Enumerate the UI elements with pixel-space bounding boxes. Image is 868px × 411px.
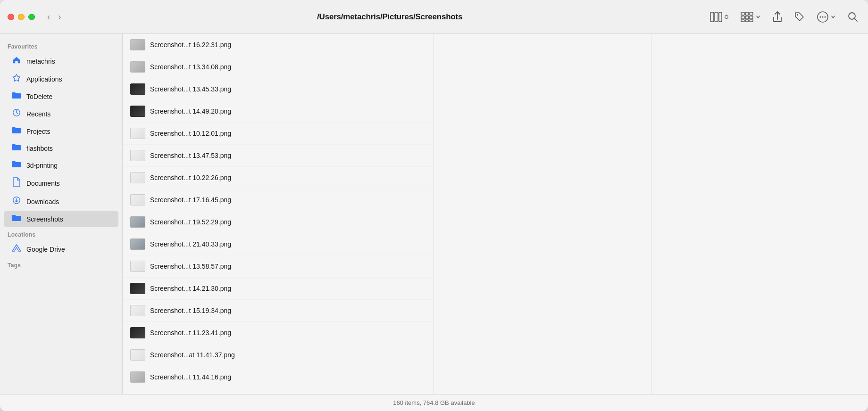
svg-rect-1 [715, 12, 718, 22]
file-row[interactable]: Screenshot...at 11.41.37.png [123, 344, 434, 366]
file-name: Screenshot...t 10.22.26.png [150, 174, 231, 181]
file-name: Screenshot...t 14.21.30.png [150, 285, 231, 292]
folder-icon-projects [11, 126, 22, 136]
file-name: Screenshot...t 15.19.34.png [150, 307, 231, 314]
sidebar-item-label-screenshots: Screenshots [26, 215, 63, 223]
minimize-button[interactable] [18, 14, 25, 20]
sidebar-item-label-recents: Recents [26, 110, 50, 118]
traffic-lights [8, 14, 35, 20]
file-thumbnail [130, 148, 145, 163]
main-column: Screenshot...t 16.22.31.pngScreenshot...… [123, 34, 434, 394]
view-columns-button[interactable] [708, 10, 731, 24]
folder-icon-screenshots [11, 214, 22, 224]
sidebar-item-todelete[interactable]: ToDelete [4, 88, 118, 105]
back-button[interactable]: ‹ [44, 9, 53, 24]
tag-button[interactable] [792, 9, 807, 25]
sidebar-item-label-flashbots: flashbots [26, 145, 53, 152]
close-button[interactable] [8, 14, 14, 20]
sidebar-item-google-drive[interactable]: Google Drive [4, 240, 118, 258]
file-row[interactable]: Screenshot...t 14.21.30.png [123, 278, 434, 300]
sidebar-item-projects[interactable]: Projects [4, 123, 118, 140]
file-row[interactable]: Screenshot...t 16.22.31.png [123, 34, 434, 56]
finder-window: ‹ › /Users/metachris/Pictures/Screenshot… [0, 0, 868, 411]
grid-view-button[interactable] [739, 10, 763, 24]
sidebar-item-label-todelete: ToDelete [26, 93, 52, 100]
sidebar-item-3dprinting[interactable]: 3d-printing [4, 157, 118, 173]
document-icon [11, 177, 22, 189]
sidebar-item-label-downloads: Downloads [26, 198, 59, 206]
applications-icon [11, 74, 22, 84]
svg-rect-10 [745, 20, 749, 22]
search-button[interactable] [845, 9, 860, 25]
svg-point-16 [825, 16, 826, 17]
more-options-button[interactable] [815, 9, 838, 25]
file-row[interactable]: Screenshot...t 14.49.20.png [123, 100, 434, 123]
titlebar-actions [708, 9, 860, 25]
chevron-down-icon2 [830, 14, 836, 20]
file-name: Screenshot...t 13.58.57.png [150, 263, 231, 270]
file-thumbnail [130, 347, 145, 362]
sidebar-item-applications[interactable]: Applications [4, 70, 118, 88]
home-icon [11, 56, 22, 66]
file-thumbnail [130, 104, 145, 119]
file-thumbnail [130, 259, 145, 274]
file-name: Screenshot...t 16.22.31.png [150, 41, 231, 49]
file-thumbnail [130, 303, 145, 318]
file-row[interactable]: Screenshot...t 17.16.45.png [123, 189, 434, 211]
sidebar: Favourites metachris Applications [0, 34, 123, 394]
column-2 [434, 34, 651, 394]
sidebar-item-recents[interactable]: Recents [4, 105, 118, 123]
file-thumbnail [130, 59, 145, 74]
share-button[interactable] [770, 9, 785, 25]
forward-button[interactable]: › [55, 9, 64, 24]
file-row[interactable]: Screenshot...t 13.58.57.png [123, 255, 434, 278]
sidebar-item-metachris[interactable]: metachris [4, 52, 118, 70]
file-row[interactable]: Screenshot...t 13.45.33.png [123, 78, 434, 100]
svg-rect-0 [710, 12, 714, 22]
favourites-label: Favourites [0, 40, 122, 52]
file-row[interactable]: Screenshot...t 11.23.41.png [123, 322, 434, 344]
recents-icon [11, 108, 22, 119]
navigation-buttons: ‹ › [44, 9, 64, 24]
titlebar: ‹ › /Users/metachris/Pictures/Screenshot… [0, 0, 868, 34]
file-name: Screenshot...t 19.52.29.png [150, 218, 231, 226]
svg-rect-6 [741, 16, 744, 19]
svg-point-15 [822, 16, 824, 17]
file-name: Screenshot...t 13.34.08.png [150, 63, 231, 71]
file-name: Screenshot...t 17.16.45.png [150, 196, 231, 204]
file-thumbnail [130, 325, 145, 340]
sidebar-item-label-applications: Applications [26, 75, 62, 83]
sidebar-item-label-3dprinting: 3d-printing [26, 162, 58, 169]
file-thumbnail [130, 37, 145, 52]
fullscreen-button[interactable] [28, 14, 35, 20]
file-row[interactable]: Screenshot...t 13.34.08.png [123, 56, 434, 78]
svg-point-12 [797, 14, 798, 16]
file-row[interactable]: Screenshot...t 15.19.34.png [123, 300, 434, 322]
content-area: Favourites metachris Applications [0, 34, 868, 394]
share-icon [772, 11, 783, 23]
sidebar-item-documents[interactable]: Documents [4, 174, 118, 192]
google-drive-icon [11, 244, 22, 255]
file-thumbnail [130, 192, 145, 207]
file-row[interactable]: Screenshot...t 21.40.33.png [123, 233, 434, 255]
sidebar-item-downloads[interactable]: Downloads [4, 193, 118, 210]
svg-rect-4 [745, 12, 749, 15]
folder-icon-todelete [11, 91, 22, 101]
sidebar-item-screenshots[interactable]: Screenshots [4, 211, 118, 227]
tags-label: Tags [0, 258, 122, 271]
chevron-up-down-icon [724, 14, 729, 20]
file-row[interactable]: Screenshot...t 19.52.29.png [123, 211, 434, 233]
file-row[interactable]: Screenshot...t 10.12.01.png [123, 123, 434, 145]
sidebar-item-label-metachris: metachris [26, 58, 55, 65]
status-text: 160 items, 764.8 GB available [393, 399, 475, 406]
file-row[interactable]: Screenshot...t 11.44.16.png [123, 366, 434, 388]
locations-label: Locations [0, 228, 122, 240]
file-row[interactable]: Screenshot...t 13.47.53.png [123, 145, 434, 167]
path-label: /Users/metachris/Pictures/Screenshots [71, 12, 708, 22]
sidebar-item-flashbots[interactable]: flashbots [4, 140, 118, 156]
column-3 [651, 34, 868, 394]
file-thumbnail [130, 170, 145, 185]
file-row[interactable]: Screenshot...t 10.22.26.png [123, 167, 434, 189]
folder-icon-3dprinting [11, 160, 22, 170]
file-name: Screenshot...t 11.44.16.png [150, 373, 231, 381]
